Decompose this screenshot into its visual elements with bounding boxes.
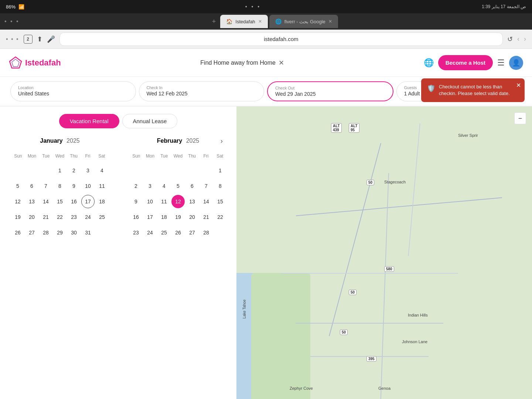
tab-istedafah-close[interactable]: ✕ bbox=[258, 19, 262, 24]
feb-23[interactable]: 23 bbox=[129, 226, 143, 239]
jan-25[interactable]: 25 bbox=[95, 210, 109, 224]
jan-16[interactable]: 16 bbox=[67, 195, 81, 208]
jan-13[interactable]: 13 bbox=[25, 195, 38, 208]
feb-13[interactable]: 13 bbox=[185, 195, 199, 208]
jan-19[interactable]: 19 bbox=[11, 210, 24, 224]
forward-icon[interactable]: › bbox=[524, 35, 526, 43]
zoom-out-button[interactable]: − bbox=[514, 112, 526, 124]
feb-15[interactable]: 15 bbox=[214, 195, 227, 208]
reload-icon[interactable]: ↺ bbox=[507, 35, 513, 43]
tab-fiverr-close[interactable]: ✕ bbox=[328, 19, 332, 24]
checkin-label: Check In bbox=[147, 85, 257, 90]
search-close-icon[interactable]: ✕ bbox=[279, 59, 284, 67]
february-days: 1 2 3 4 5 6 7 8 9 10 11 bbox=[129, 163, 227, 240]
app-header: Istedafah Find Home away from Home ✕ 🌐 B… bbox=[0, 49, 532, 77]
become-host-button[interactable]: Become a Host bbox=[438, 55, 493, 70]
feb-7[interactable]: 7 bbox=[200, 179, 213, 193]
jan-11[interactable]: 11 bbox=[95, 179, 109, 193]
feb-5[interactable]: 5 bbox=[171, 179, 185, 193]
feb-2[interactable]: 2 bbox=[129, 179, 143, 193]
lake-tahoe-label: Lake Tahoe bbox=[242, 300, 246, 319]
address-bar[interactable]: istedafah.com bbox=[59, 33, 503, 46]
feb-3[interactable]: 3 bbox=[143, 179, 157, 193]
jan-10[interactable]: 10 bbox=[81, 179, 95, 193]
microphone-icon[interactable]: 🎤 bbox=[47, 35, 55, 43]
feb-21[interactable]: 21 bbox=[200, 210, 213, 224]
jan-4[interactable]: 4 bbox=[95, 164, 109, 177]
jan-17[interactable]: 17 bbox=[81, 195, 95, 208]
jan-6[interactable]: 6 bbox=[25, 179, 38, 193]
feb-18[interactable]: 18 bbox=[157, 210, 171, 224]
feb-25[interactable]: 25 bbox=[157, 226, 171, 239]
jan-18[interactable]: 18 bbox=[95, 195, 109, 208]
feb-28[interactable]: 28 bbox=[200, 226, 213, 239]
jan-14[interactable]: 14 bbox=[39, 195, 52, 208]
left-panel: 7 Proper 🎯 Move in Selec ‹ Sun Mon Tue W… bbox=[0, 106, 236, 399]
rental-type-toggle: Vacation Rental Annual Lease bbox=[7, 114, 229, 128]
feb-12[interactable]: 12 bbox=[171, 195, 185, 208]
stagecoach-label: Stagecoach bbox=[384, 180, 406, 184]
feb-8[interactable]: 8 bbox=[214, 179, 227, 193]
feb-1[interactable]: 1 bbox=[214, 164, 227, 177]
jan-9[interactable]: 9 bbox=[67, 179, 81, 193]
jan-21[interactable]: 21 bbox=[39, 210, 52, 224]
highway-50-1: 50 bbox=[366, 180, 374, 185]
share-icon[interactable]: ⬆ bbox=[37, 35, 42, 43]
next-month-button[interactable]: › bbox=[216, 136, 227, 146]
back-icon[interactable]: ‹ bbox=[517, 35, 519, 43]
checkin-filter[interactable]: Check In Wed 12 Feb 2025 bbox=[139, 81, 265, 101]
feb-20[interactable]: 20 bbox=[185, 210, 199, 224]
language-button[interactable]: 🌐 bbox=[424, 58, 434, 68]
tab-fiverr-label: fiverr - بحث Google bbox=[284, 19, 325, 24]
vacation-rental-button[interactable]: Vacation Rental bbox=[59, 114, 119, 128]
jan-30[interactable]: 30 bbox=[67, 226, 81, 239]
jan-28[interactable]: 28 bbox=[39, 226, 52, 239]
jan-20[interactable]: 20 bbox=[25, 210, 38, 224]
feb-14[interactable]: 14 bbox=[200, 195, 213, 208]
feb-26[interactable]: 26 bbox=[171, 226, 185, 239]
jan-3[interactable]: 3 bbox=[81, 164, 95, 177]
status-bar: 86% 📶 • • • 1:39 ص الجمعة 17 يناير bbox=[0, 0, 532, 13]
jan-2[interactable]: 2 bbox=[67, 164, 81, 177]
jan-22[interactable]: 22 bbox=[53, 210, 66, 224]
feb-11[interactable]: 11 bbox=[157, 195, 171, 208]
annual-lease-button[interactable]: Annual Lease bbox=[122, 114, 178, 128]
location-value: United States bbox=[18, 91, 128, 97]
jan-12[interactable]: 12 bbox=[11, 195, 24, 208]
feb-19[interactable]: 19 bbox=[171, 210, 185, 224]
feb-27[interactable]: 27 bbox=[185, 226, 199, 239]
jan-29[interactable]: 29 bbox=[53, 226, 66, 239]
tab-fiverr[interactable]: 🌐 fiverr - بحث Google ✕ bbox=[269, 15, 338, 28]
feb-4[interactable]: 4 bbox=[157, 179, 171, 193]
jan-23[interactable]: 23 bbox=[67, 210, 81, 224]
jan-5[interactable]: 5 bbox=[11, 179, 24, 193]
jan-24[interactable]: 24 bbox=[81, 210, 95, 224]
jan-31[interactable]: 31 bbox=[81, 226, 95, 239]
feb-10[interactable]: 10 bbox=[143, 195, 157, 208]
feb-22[interactable]: 22 bbox=[214, 210, 227, 224]
highway-50-3: 50 bbox=[340, 329, 348, 335]
checkout-filter[interactable]: Check Out Wed 29 Jan 2025 bbox=[267, 81, 393, 101]
feb-17[interactable]: 17 bbox=[143, 210, 157, 224]
toast-close-button[interactable]: ✕ bbox=[516, 81, 521, 89]
feb-16[interactable]: 16 bbox=[129, 210, 143, 224]
feb-9[interactable]: 9 bbox=[129, 195, 143, 208]
jan-15[interactable]: 15 bbox=[53, 195, 66, 208]
map-green-area bbox=[251, 273, 310, 399]
january-grid: Sun Mon Tue Wed Thu Fri Sat bbox=[11, 152, 109, 240]
location-filter[interactable]: Location United States bbox=[10, 81, 136, 101]
tabs-count[interactable]: 2 bbox=[24, 35, 33, 44]
feb-6[interactable]: 6 bbox=[185, 179, 199, 193]
highway-95: ALT95 bbox=[349, 123, 359, 133]
jan-1[interactable]: 1 bbox=[53, 164, 66, 177]
menu-button[interactable]: ☰ bbox=[497, 58, 505, 68]
jan-26[interactable]: 26 bbox=[11, 226, 24, 239]
january-nav: ‹ January 2025 bbox=[11, 136, 109, 146]
jan-8[interactable]: 8 bbox=[53, 179, 66, 193]
feb-24[interactable]: 24 bbox=[143, 226, 157, 239]
user-avatar-button[interactable]: 👤 bbox=[509, 56, 523, 70]
jan-27[interactable]: 27 bbox=[25, 226, 38, 239]
new-tab-button[interactable]: + bbox=[212, 18, 216, 26]
jan-7[interactable]: 7 bbox=[39, 179, 52, 193]
tab-istedafah[interactable]: 🏠 Istedafah ✕ bbox=[220, 15, 268, 28]
